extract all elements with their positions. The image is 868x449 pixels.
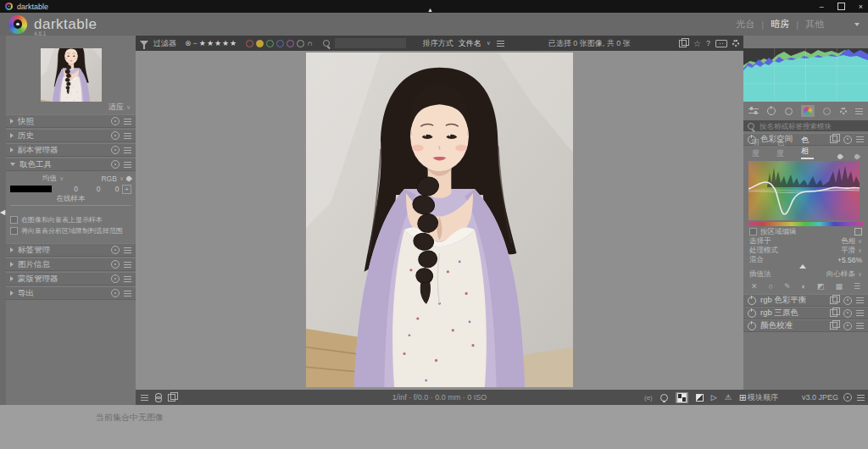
- reset-icon[interactable]: [111, 274, 120, 283]
- eyedropper-icon[interactable]: [125, 175, 132, 182]
- filter-icon[interactable]: [140, 41, 148, 46]
- maximize-button[interactable]: [837, 3, 845, 10]
- multi-instance-icon[interactable]: [830, 309, 837, 317]
- panel-snapshots[interactable]: 快照: [6, 114, 136, 128]
- panel-tagging[interactable]: 标签管理: [6, 243, 136, 257]
- sort-field-select[interactable]: 文件名: [459, 38, 481, 49]
- module-power-icon[interactable]: [748, 322, 756, 330]
- presets-icon[interactable]: [857, 395, 865, 401]
- blend-parametric-icon[interactable]: ◐: [801, 282, 805, 291]
- module-power-icon[interactable]: [748, 136, 756, 144]
- blend-uniform-icon[interactable]: ○: [769, 282, 773, 291]
- reset-icon[interactable]: [843, 393, 852, 402]
- view-other[interactable]: 其他: [805, 18, 824, 30]
- presets-icon[interactable]: [124, 291, 131, 297]
- main-image[interactable]: [306, 53, 573, 387]
- panel-image-info[interactable]: 图片信息: [6, 258, 136, 271]
- module-power-icon[interactable]: [748, 297, 756, 305]
- star-rating[interactable]: ★★★★★: [199, 39, 237, 47]
- zoom-mode-select[interactable]: 适应 ∨: [6, 102, 136, 113]
- presets-icon[interactable]: [124, 119, 131, 125]
- presets-icon[interactable]: [856, 310, 864, 316]
- reset-icon[interactable]: [111, 289, 120, 297]
- shortcuts-icon[interactable]: [715, 40, 727, 47]
- color-label-red[interactable]: [246, 40, 253, 47]
- reset-icon[interactable]: [111, 131, 120, 140]
- combo-value[interactable]: 向心样条: [826, 269, 855, 280]
- interpolation-row[interactable]: 插值法 向心样条 ∨: [743, 269, 868, 279]
- softproof-icon[interactable]: ▷: [711, 393, 717, 402]
- search-input[interactable]: [335, 38, 406, 48]
- color-assessment-active[interactable]: [676, 392, 688, 403]
- reset-icon[interactable]: [111, 260, 120, 269]
- presets-icon[interactable]: [124, 262, 131, 268]
- select-by-row[interactable]: 选择于 色相 ∨: [743, 236, 868, 246]
- panel-duplicate-manager[interactable]: 副本管理器: [6, 143, 136, 157]
- effects-group-icon[interactable]: [840, 108, 847, 114]
- checkbox[interactable]: [749, 228, 757, 236]
- view-lighttable[interactable]: 光台: [736, 18, 754, 30]
- intersect-toggle[interactable]: ∩: [307, 39, 312, 47]
- reset-icon[interactable]: [111, 146, 120, 154]
- presets-icon[interactable]: [124, 276, 131, 282]
- views-dropdown-icon[interactable]: [854, 23, 860, 26]
- combo-value[interactable]: 平滑: [841, 246, 855, 256]
- reject-icon[interactable]: ⊗: [185, 39, 192, 47]
- reset-icon[interactable]: [111, 246, 120, 254]
- show-samples-option[interactable]: 在图像和向量表上显示样本: [10, 214, 131, 225]
- presets-icon[interactable]: [856, 297, 864, 303]
- base-group-icon[interactable]: [785, 108, 793, 115]
- reset-icon[interactable]: [843, 322, 852, 330]
- gamut-check-icon[interactable]: [696, 394, 704, 402]
- module-color-balance-rgb[interactable]: rgb 色彩平衡: [743, 294, 868, 307]
- close-button[interactable]: ×: [859, 3, 863, 11]
- iso12646-icon[interactable]: (e): [644, 394, 653, 402]
- presets-icon[interactable]: [124, 162, 131, 168]
- panel-mask-manager[interactable]: 蒙版管理器: [6, 272, 136, 285]
- restrict-scope-option[interactable]: 将向量表分析区域限制到选择范围: [10, 225, 131, 236]
- multi-instance-icon[interactable]: [830, 297, 837, 304]
- sort-direction-icon[interactable]: [497, 41, 504, 47]
- module-color-calibration[interactable]: 颜色校准: [743, 319, 868, 332]
- color-label-blue[interactable]: [276, 40, 284, 47]
- overexposed-warning-icon[interactable]: ⚠: [725, 393, 732, 402]
- presets-icon[interactable]: [856, 323, 864, 329]
- rating-filter[interactable]: ⊗ − ★★★★★: [185, 39, 237, 47]
- reset-icon[interactable]: [843, 136, 852, 144]
- add-sample-button[interactable]: +: [122, 185, 131, 194]
- help-icon[interactable]: ?: [706, 39, 710, 47]
- reset-icon[interactable]: [843, 309, 852, 318]
- blend-raster-icon[interactable]: ▦: [835, 282, 843, 291]
- module-rgb-primaries[interactable]: rgb 三原色: [743, 307, 868, 319]
- reset-icon[interactable]: [111, 117, 120, 125]
- presets-icon[interactable]: [124, 247, 131, 253]
- blend-drawn-icon[interactable]: ✎: [784, 282, 791, 291]
- grouping-icon[interactable]: [679, 40, 687, 47]
- panel-export[interactable]: 导出: [6, 286, 136, 300]
- color-group-active[interactable]: [801, 105, 815, 117]
- blend-menu-icon[interactable]: ☰: [854, 282, 860, 291]
- tab-hue[interactable]: 色相: [801, 135, 814, 159]
- picker-colorspace-select[interactable]: RGB: [101, 175, 116, 183]
- presets-icon[interactable]: [856, 136, 864, 142]
- color-label-gray[interactable]: [297, 40, 304, 47]
- collapse-left-panel-arrow[interactable]: ◀: [0, 208, 5, 216]
- color-label-green[interactable]: [266, 40, 274, 47]
- navigation-thumbnail[interactable]: [41, 48, 102, 102]
- display-mask-icon[interactable]: [854, 228, 862, 236]
- panel-color-picker[interactable]: 取色工具: [6, 158, 136, 171]
- tab-saturation[interactable]: 色度: [776, 137, 789, 159]
- checkbox[interactable]: [10, 227, 18, 235]
- module-search-box[interactable]: [743, 120, 868, 131]
- eyedropper-area-icon[interactable]: [854, 153, 860, 160]
- correct-group-icon[interactable]: [823, 108, 831, 115]
- edit-by-area-option[interactable]: 按区域编辑: [743, 227, 868, 236]
- module-order-label[interactable]: 模块顺序: [748, 392, 778, 403]
- module-order-value[interactable]: v3.0 JPEG: [802, 393, 838, 402]
- multi-instance-icon[interactable]: [830, 136, 837, 143]
- slider-marker-icon[interactable]: [799, 264, 806, 269]
- blend-drawn-parametric-icon[interactable]: ◩: [817, 282, 825, 291]
- lighting-icon[interactable]: [660, 394, 668, 402]
- color-label-yellow[interactable]: [256, 40, 264, 47]
- active-modules-icon[interactable]: [748, 108, 759, 115]
